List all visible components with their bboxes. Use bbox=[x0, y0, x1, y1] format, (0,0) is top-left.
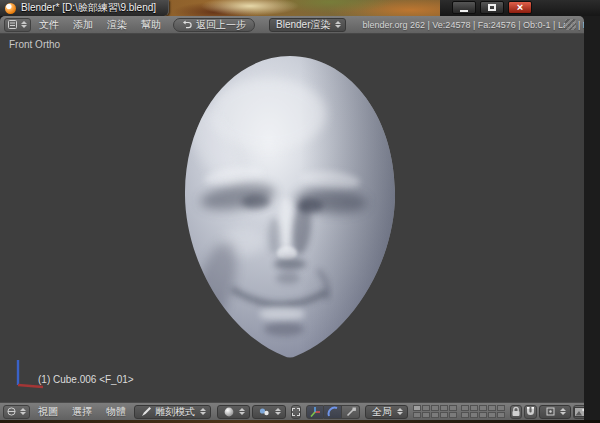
orientation-value: 全局 bbox=[372, 405, 392, 419]
area-split-grip[interactable] bbox=[565, 19, 576, 30]
viewport-header: 視圖 選擇 物體 雕刻模式 bbox=[0, 402, 584, 420]
scale-manipulator-toggle[interactable] bbox=[342, 405, 360, 419]
dropdown-arrows-icon bbox=[397, 408, 403, 415]
translate-icon bbox=[309, 406, 321, 418]
menu-select[interactable]: 選擇 bbox=[66, 405, 98, 419]
axis-x-line bbox=[18, 385, 43, 387]
manipulator-toggles bbox=[306, 405, 360, 419]
layer-cell[interactable] bbox=[422, 412, 430, 418]
render-engine-select[interactable]: Blender渲染 bbox=[269, 18, 346, 32]
snap-element-select[interactable] bbox=[539, 405, 571, 419]
minimize-icon bbox=[460, 10, 468, 12]
layer-cell[interactable] bbox=[413, 405, 421, 411]
layer-cell[interactable] bbox=[431, 405, 439, 411]
layer-cell[interactable] bbox=[440, 405, 448, 411]
step-back-button[interactable]: 返回上一步 bbox=[173, 18, 255, 32]
layer-cell[interactable] bbox=[488, 405, 496, 411]
step-back-label: 返回上一步 bbox=[196, 18, 246, 32]
layer-cell[interactable] bbox=[479, 405, 487, 411]
layer-cell[interactable] bbox=[470, 405, 478, 411]
layer-cell[interactable] bbox=[422, 405, 430, 411]
pencil-icon bbox=[141, 406, 152, 417]
active-object-label: (1) Cube.006 <F_01> bbox=[38, 374, 134, 385]
pivot-point-icon bbox=[259, 407, 270, 417]
layer-cell[interactable] bbox=[440, 412, 448, 418]
magnet-icon bbox=[525, 406, 536, 417]
layer-cell[interactable] bbox=[470, 412, 478, 418]
close-button[interactable]: × bbox=[508, 1, 532, 14]
dropdown-arrows-icon bbox=[20, 408, 26, 415]
editor-type-select-3d[interactable] bbox=[3, 405, 30, 419]
sculpt-mesh-face[interactable] bbox=[168, 46, 416, 376]
layer-cell[interactable] bbox=[449, 412, 457, 418]
menu-help[interactable]: 幫助 bbox=[135, 18, 167, 32]
layer-cell[interactable] bbox=[413, 412, 421, 418]
close-icon: × bbox=[517, 2, 523, 13]
undo-arrow-icon bbox=[182, 20, 192, 29]
layer-cell[interactable] bbox=[461, 412, 469, 418]
scale-icon bbox=[345, 406, 357, 418]
dropdown-arrows-icon bbox=[335, 21, 341, 28]
manipulate-centers-toggle[interactable] bbox=[291, 405, 301, 419]
blender-app-icon bbox=[5, 3, 16, 14]
menu-view[interactable]: 視圖 bbox=[32, 405, 64, 419]
layer-group-2 bbox=[461, 405, 505, 418]
info-editor-icon bbox=[8, 20, 17, 29]
layer-cell[interactable] bbox=[461, 405, 469, 411]
snap-toggle[interactable] bbox=[524, 405, 537, 419]
layer-cell[interactable] bbox=[449, 405, 457, 411]
window-controls: × bbox=[452, 1, 532, 14]
dropdown-arrows-icon bbox=[21, 21, 27, 28]
lock-to-scene-toggle[interactable] bbox=[510, 405, 522, 419]
dropdown-arrows-icon bbox=[560, 408, 566, 415]
dropdown-arrows-icon bbox=[200, 408, 206, 415]
menu-render[interactable]: 渲染 bbox=[101, 18, 133, 32]
dropdown-arrows-icon bbox=[239, 408, 245, 415]
maximize-icon bbox=[488, 4, 496, 11]
minimize-button[interactable] bbox=[452, 1, 476, 14]
window-title: Blender* [D:\臉部練習\9.blend] bbox=[21, 1, 156, 15]
layer-cell[interactable] bbox=[497, 405, 505, 411]
layer-group-1 bbox=[413, 405, 457, 418]
info-header: 文件 添加 渲染 幫助 返回上一步 Blender渲染 blender.org … bbox=[0, 16, 584, 34]
mode-select[interactable]: 雕刻模式 bbox=[134, 405, 211, 419]
viewport-3d[interactable]: Front Ortho bbox=[0, 34, 584, 402]
desktop-right-edge bbox=[584, 16, 600, 423]
layer-cell[interactable] bbox=[479, 412, 487, 418]
menu-add[interactable]: 添加 bbox=[67, 18, 99, 32]
translate-manipulator-toggle[interactable] bbox=[306, 405, 324, 419]
pivot-point-select[interactable] bbox=[252, 405, 286, 419]
viewport-shading-select[interactable] bbox=[217, 405, 250, 419]
layers-widget bbox=[413, 405, 505, 418]
maximize-button[interactable] bbox=[480, 1, 504, 14]
layer-cell[interactable] bbox=[488, 412, 496, 418]
view3d-editor-icon bbox=[7, 407, 16, 416]
transform-orientation-select[interactable]: 全局 bbox=[365, 405, 408, 419]
lock-icon bbox=[511, 406, 521, 417]
window-title-chip[interactable]: Blender* [D:\臉部練習\9.blend] bbox=[0, 0, 169, 16]
blender-window: Blender* [D:\臉部練習\9.blend] × 文件 添加 渲染 幫助… bbox=[0, 0, 600, 423]
snap-element-icon bbox=[546, 407, 555, 416]
rotate-manipulator-toggle[interactable] bbox=[324, 405, 342, 419]
render-engine-value: Blender渲染 bbox=[276, 18, 330, 32]
dotted-box-icon bbox=[292, 408, 300, 416]
editor-type-select-info[interactable] bbox=[4, 18, 31, 32]
dropdown-arrows-icon bbox=[275, 408, 281, 415]
rotate-icon bbox=[327, 406, 339, 418]
menu-file[interactable]: 文件 bbox=[33, 18, 65, 32]
sphere-icon bbox=[224, 407, 234, 417]
mode-value: 雕刻模式 bbox=[155, 405, 195, 419]
layer-cell[interactable] bbox=[431, 412, 439, 418]
menu-object[interactable]: 物體 bbox=[100, 405, 132, 419]
view-mode-label: Front Ortho bbox=[9, 39, 60, 50]
layer-cell[interactable] bbox=[497, 412, 505, 418]
desktop-titlebar-strip: Blender* [D:\臉部練習\9.blend] × bbox=[0, 0, 600, 16]
